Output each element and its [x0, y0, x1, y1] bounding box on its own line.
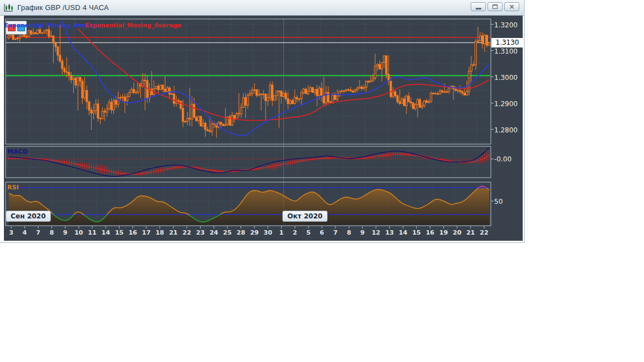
candle-body [178, 101, 179, 101]
x-axis-day-label: 28 [235, 229, 247, 236]
candle-body [484, 35, 486, 44]
x-axis-day-label: 21 [465, 229, 477, 236]
candle-body [158, 86, 159, 89]
candle-body [274, 96, 276, 100]
candle-body [265, 94, 267, 101]
candle-body [448, 88, 450, 92]
candle-body [66, 72, 68, 72]
candle-body [79, 77, 81, 81]
candle-body [261, 94, 262, 94]
candle-body [32, 33, 34, 34]
candle-body [410, 102, 412, 103]
candle-body [50, 36, 52, 37]
price-axis-label: 1.3100 [494, 47, 518, 56]
candle-body [292, 101, 293, 103]
candle-body [225, 125, 226, 126]
candle-body [460, 90, 461, 92]
candle-body [390, 82, 392, 97]
candle-body [426, 101, 428, 102]
x-axis-day-label: 8 [46, 229, 58, 236]
close-icon: × [509, 4, 514, 9]
candle-body [249, 94, 251, 96]
candle-body [100, 118, 101, 119]
x-axis-day-label: 12 [370, 229, 382, 236]
candle-body [339, 91, 340, 96]
close-button[interactable]: × [504, 2, 519, 11]
candle-body [413, 103, 414, 109]
rsi-panel-label: RSI [7, 184, 19, 191]
x-axis-day-label: 21 [167, 229, 179, 236]
candle-body [55, 43, 56, 47]
restore-icon [493, 4, 498, 9]
candle-body [189, 118, 191, 119]
candle-body [37, 30, 39, 34]
candle-body [381, 63, 383, 69]
candle-body [354, 90, 356, 92]
candle-body [267, 98, 269, 101]
candle-body [196, 117, 197, 121]
candle-body [169, 88, 171, 94]
chart-canvas[interactable] [0, 0, 524, 242]
candle-body [164, 89, 166, 92]
candle-body [372, 78, 374, 81]
window-titlebar[interactable]: График GBP /USD 4 ЧАСА × [0, 0, 524, 16]
candle-body [377, 65, 378, 66]
macd-main-line [9, 147, 490, 177]
minimize-button[interactable] [471, 2, 486, 11]
candle-body [348, 89, 349, 90]
candle-body [86, 90, 88, 102]
month-label-october: Окт 2020 [282, 211, 328, 222]
candle-body [95, 104, 97, 111]
candle-body [117, 98, 119, 104]
candle-body [361, 87, 363, 89]
candle-body [138, 84, 139, 93]
candle-body [446, 92, 448, 92]
candle-body [462, 92, 463, 93]
candle-body [30, 31, 32, 34]
candle-body [15, 39, 16, 39]
candle-body [53, 36, 54, 44]
candle-body [193, 104, 195, 118]
candle-body [404, 99, 405, 106]
candle-body [473, 65, 475, 65]
candle-body [345, 89, 347, 90]
candle-body [303, 89, 305, 93]
candle-body [368, 81, 370, 82]
price-axis-label: 1.2900 [494, 99, 518, 108]
x-axis-day-label: 14 [397, 229, 409, 236]
candle-body [122, 97, 124, 98]
candle-body [258, 94, 260, 96]
candle-body [263, 94, 264, 94]
candle-body [466, 92, 468, 95]
x-axis-day-label: 15 [113, 229, 125, 236]
candle-body [395, 92, 396, 96]
candle-body [44, 31, 45, 33]
candle-body [115, 101, 117, 104]
x-axis-day-label: 7 [329, 229, 342, 236]
candle-body [131, 89, 132, 93]
candle-body [325, 92, 327, 103]
candle-body [401, 99, 403, 103]
candle-body [77, 77, 79, 85]
candle-body [457, 90, 459, 91]
x-axis-day-label: 16 [424, 229, 436, 236]
candle-body [337, 96, 338, 99]
restore-button[interactable] [487, 2, 503, 11]
candle-body [73, 78, 74, 80]
candle-body [471, 65, 472, 71]
candle-body [155, 86, 157, 88]
candle-body [299, 99, 300, 99]
candle-body [70, 75, 72, 80]
candle-body [343, 91, 345, 92]
candle-body [252, 90, 253, 94]
candle-body [428, 102, 430, 103]
candle-body [433, 93, 434, 94]
x-axis-day-label: 18 [154, 229, 166, 236]
candle-body [108, 102, 110, 109]
candle-body [366, 81, 367, 87]
candle-body [238, 113, 240, 114]
candle-body [162, 85, 164, 89]
candle-body [386, 56, 387, 74]
x-axis-day-label: 1 [275, 229, 287, 236]
x-axis-day-label: 15 [410, 229, 423, 236]
